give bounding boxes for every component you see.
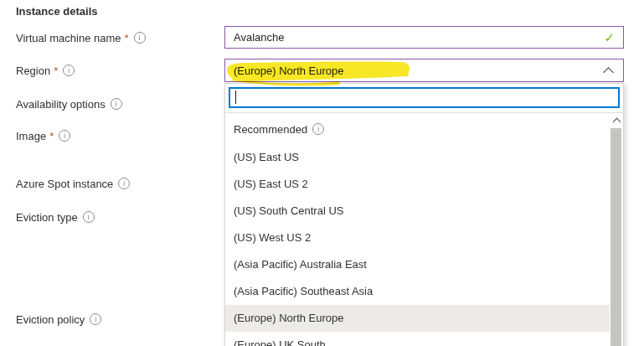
- dropdown-group-header: Recommended i: [225, 118, 610, 140]
- info-icon[interactable]: i: [59, 130, 70, 142]
- region-option-east-us-2[interactable]: (US) East US 2: [225, 171, 610, 198]
- required-asterisk: *: [125, 32, 129, 44]
- availability-options-label: Availability options: [16, 98, 106, 111]
- group-header-label: Recommended: [234, 123, 307, 136]
- region-option-southeast-asia[interactable]: (Asia Pacific) Southeast Asia: [225, 278, 610, 305]
- region-label-row: Region * i: [16, 64, 75, 77]
- region-option-east-us[interactable]: (US) East US: [225, 144, 610, 171]
- scroll-up-button[interactable]: [610, 113, 623, 127]
- availability-label-row: Availability options i: [16, 97, 122, 111]
- info-icon[interactable]: i: [312, 123, 324, 135]
- validation-check-icon: ✓: [604, 30, 615, 45]
- eviction-policy-label-row: Eviction policy i: [16, 312, 101, 326]
- dropdown-separator: [225, 112, 623, 113]
- info-icon[interactable]: i: [90, 313, 101, 325]
- region-option-south-central-us[interactable]: (US) South Central US: [225, 198, 610, 225]
- info-icon[interactable]: i: [118, 178, 130, 189]
- vm-name-label-row: Virtual machine name * i: [16, 31, 146, 44]
- section-title: Instance details: [16, 5, 98, 18]
- eviction-type-label-row: Eviction type i: [16, 210, 95, 224]
- region-option-north-europe[interactable]: (Europe) North Europe: [225, 305, 610, 332]
- image-label-row: Image * i: [16, 129, 70, 142]
- info-icon[interactable]: i: [63, 65, 75, 76]
- vm-name-input[interactable]: Avalanche ✓: [224, 26, 624, 49]
- eviction-type-label: Eviction type: [16, 211, 78, 224]
- region-dropdown-flyout: Recommended i (US) East US (US) East US …: [224, 83, 624, 346]
- text-caret: [235, 90, 236, 104]
- info-icon[interactable]: i: [111, 98, 122, 110]
- region-selected-value: (Europe) North Europe: [234, 65, 605, 77]
- required-asterisk: *: [49, 130, 54, 142]
- eviction-policy-label: Eviction policy: [16, 313, 85, 326]
- required-asterisk: *: [54, 65, 58, 77]
- region-search-input[interactable]: [229, 87, 620, 108]
- vm-name-label: Virtual machine name: [16, 32, 121, 44]
- info-icon[interactable]: i: [134, 32, 146, 44]
- image-label: Image: [16, 130, 46, 142]
- chevron-up-icon: [603, 67, 614, 78]
- vm-name-value: Avalanche: [234, 31, 604, 44]
- info-icon[interactable]: i: [83, 211, 95, 223]
- azure-spot-instance-label: Azure Spot instance: [16, 178, 113, 190]
- scrollbar-thumb[interactable]: [611, 128, 621, 346]
- region-option-australia-east[interactable]: (Asia Pacific) Australia East: [225, 251, 610, 278]
- scroll-up-icon: [612, 117, 621, 126]
- region-label: Region: [16, 65, 50, 77]
- azure-spot-label-row: Azure Spot instance i: [16, 177, 130, 190]
- dropdown-scrollbar[interactable]: [610, 113, 623, 346]
- region-combobox[interactable]: (Europe) North Europe: [224, 59, 624, 82]
- region-option-uk-south[interactable]: (Europe) UK South: [225, 332, 610, 346]
- region-option-west-us-2[interactable]: (US) West US 2: [225, 225, 610, 251]
